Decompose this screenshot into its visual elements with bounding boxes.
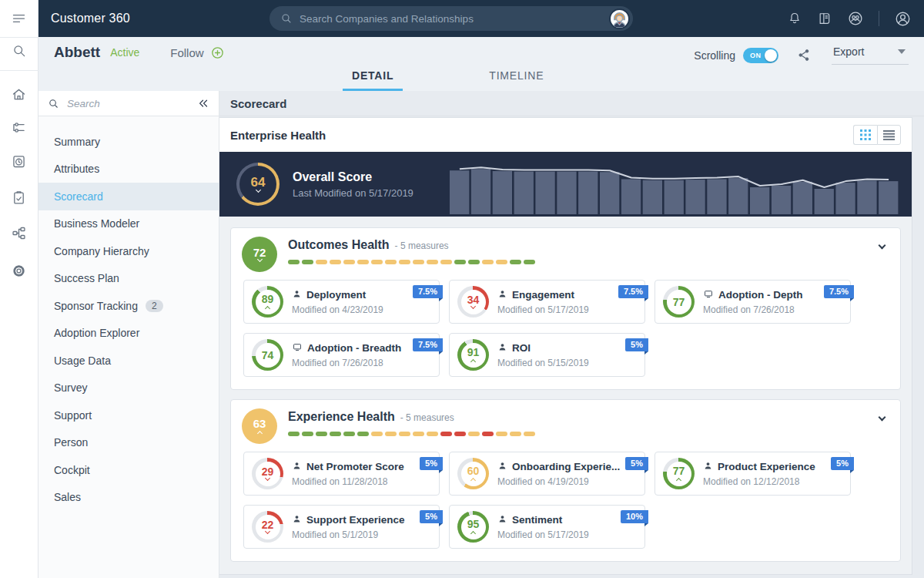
book-icon[interactable] (817, 11, 832, 26)
history-dash-green (343, 432, 355, 436)
sidebar-item-sponsor-tracking[interactable]: Sponsor Tracking2 (38, 292, 219, 320)
trend-up-icon (256, 430, 262, 435)
scorecard-sections: 72Outcomes Health- 5 measures89Deploymen… (219, 217, 912, 574)
sidebar-item-sales[interactable]: Sales (38, 484, 219, 512)
history-dash-green (524, 260, 535, 264)
section-title-row: Outcomes Health- 5 measures (288, 238, 535, 252)
measure-modified-date: Modified on 12/12/2018 (703, 476, 815, 487)
measure-card-onboarding-experie-[interactable]: 60Onboarding Experie...Modified on 4/19/… (449, 452, 645, 496)
sidebar-item-label: Scorecard (54, 190, 103, 203)
history-dash-green (357, 432, 369, 436)
timer-icon[interactable] (0, 153, 38, 170)
community-icon[interactable] (847, 10, 864, 27)
measure-score-value: 95 (467, 519, 480, 529)
measure-title: Engagement (512, 289, 574, 301)
search-icon[interactable] (0, 43, 38, 59)
collapse-section-icon[interactable] (879, 414, 886, 422)
collapse-section-icon[interactable] (879, 242, 886, 250)
measure-card-net-promoter-score[interactable]: 29Net Promoter ScoreModified on 11/28/20… (243, 452, 440, 496)
sidebar-item-label: Sponsor Tracking (54, 300, 138, 312)
measure-title-row: Engagement (497, 289, 589, 301)
sidebar-item-survey[interactable]: Survey (38, 375, 219, 402)
sidebar-item-label: Adoption Explorer (54, 327, 139, 339)
hamburger-icon[interactable] (0, 11, 38, 27)
user-icon (292, 461, 302, 473)
score-history-chart[interactable] (449, 162, 899, 214)
tab-timeline[interactable]: TIMELINE (480, 69, 553, 91)
settings-icon[interactable] (0, 263, 38, 279)
sidebar-item-support[interactable]: Support (38, 402, 219, 429)
measure-score: 77 (663, 458, 695, 489)
scrolling-toggle[interactable]: ON (743, 48, 778, 63)
user-icon (497, 514, 507, 526)
tasks-icon[interactable] (0, 190, 38, 206)
section-title-block: Experience Health- 5 measures (288, 408, 535, 444)
sidebar-item-label: Survey (54, 381, 88, 394)
history-dash-yellow (510, 432, 521, 436)
sidebar-item-business-modeler[interactable]: Business Modeler (38, 210, 219, 238)
weight-badge: 7.5% (824, 285, 854, 298)
measure-info: Support ExperienceModified on 5/1/2019 (292, 514, 405, 540)
sidebar-item-usage-data[interactable]: Usage Data (38, 347, 219, 375)
measure-title: Onboarding Experie... (512, 461, 620, 472)
search-avatar[interactable] (609, 8, 630, 29)
weight-badge: 7.5% (618, 285, 648, 298)
sidebar-item-summary[interactable]: Summary (38, 128, 219, 156)
plus-circle-icon (210, 45, 225, 60)
follow-button[interactable]: Follow (170, 45, 224, 60)
measure-title-row: Onboarding Experie... (497, 461, 620, 473)
list-view-button[interactable] (877, 125, 901, 145)
measure-info: Onboarding Experie...Modified on 4/19/20… (497, 461, 620, 487)
sidebar-item-scorecard[interactable]: Scorecard (38, 183, 219, 210)
share-button[interactable] (797, 48, 812, 62)
avatar-icon[interactable] (894, 10, 912, 28)
sidebar-item-label: Usage Data (54, 355, 111, 367)
export-dropdown[interactable]: Export (832, 45, 909, 65)
sidebar-item-adoption-explorer[interactable]: Adoption Explorer (38, 320, 219, 348)
sidebar-item-company-hierarchy[interactable]: Company Hierarchy (38, 237, 219, 265)
trend-up-icon (676, 477, 681, 482)
measure-card-adoption-depth[interactable]: 77Adoption - DepthModified on 7/26/20187… (654, 280, 851, 324)
measure-score-donut: 89 (252, 286, 283, 318)
measure-card-roi[interactable]: 91ROIModified on 5/15/20195% (449, 333, 645, 377)
collapse-sidebar-button[interactable] (196, 97, 209, 110)
section-score-circle: 72 (242, 237, 277, 272)
bell-icon[interactable] (787, 11, 802, 26)
history-dash-yellow (316, 260, 327, 264)
history-dash-yellow (385, 260, 397, 264)
measure-modified-date: Modified on 5/17/2019 (497, 529, 589, 540)
grid-view-button[interactable] (853, 125, 877, 145)
sidebar-item-cockpit[interactable]: Cockpit (38, 456, 219, 484)
sidebar-item-success-plan[interactable]: Success Plan (38, 265, 219, 293)
top-navbar: Customer 360 Search Companies and Relati… (38, 0, 924, 37)
measure-card-sentiment[interactable]: 95SentimentModified on 5/17/201910% (449, 505, 645, 549)
measure-title: Support Experience (306, 514, 405, 526)
measure-card-deployment[interactable]: 89DeploymentModified on 4/23/20197.5% (243, 280, 440, 324)
section-header[interactable]: 72Outcomes Health- 5 measures (231, 228, 900, 275)
history-dash-yellow (330, 260, 341, 264)
measure-score: 34 (457, 286, 489, 318)
hierarchy-icon[interactable] (0, 225, 38, 241)
share-icon (797, 48, 812, 62)
history-dash-red (454, 432, 466, 436)
measure-card-engagement[interactable]: 34EngagementModified on 5/17/20197.5% (449, 280, 645, 324)
left-icon-rail (0, 0, 38, 578)
weight-badge: 7.5% (413, 338, 443, 351)
section-title: Experience Health (288, 410, 395, 424)
measure-modified-date: Modified on 5/17/2019 (497, 304, 589, 315)
overall-score-ring[interactable]: 64 (236, 163, 280, 206)
sidebar-item-person[interactable]: Person (38, 429, 219, 457)
measure-card-product-experience[interactable]: 77Product ExperienceModified on 12/12/20… (654, 452, 851, 496)
global-search-input[interactable]: Search Companies and Relationships (270, 6, 633, 31)
tab-detail[interactable]: DETAIL (343, 69, 403, 91)
measure-card-adoption-breadth[interactable]: 74Adoption - BreadthModified on 7/26/201… (243, 333, 440, 377)
relationships-icon[interactable] (0, 119, 38, 136)
section-experience-health: 63Experience Health- 5 measures29Net Pro… (230, 399, 901, 562)
overall-score-label: Overall Score (293, 170, 413, 184)
measure-card-support-experience[interactable]: 22Support ExperienceModified on 5/1/2019… (243, 505, 440, 549)
home-icon[interactable] (0, 86, 38, 102)
measure-score: 77 (663, 286, 695, 318)
sidebar-item-attributes[interactable]: Attributes (38, 156, 219, 183)
section-header[interactable]: 63Experience Health- 5 measures (231, 400, 900, 447)
sidebar-search[interactable]: Search (38, 91, 219, 116)
